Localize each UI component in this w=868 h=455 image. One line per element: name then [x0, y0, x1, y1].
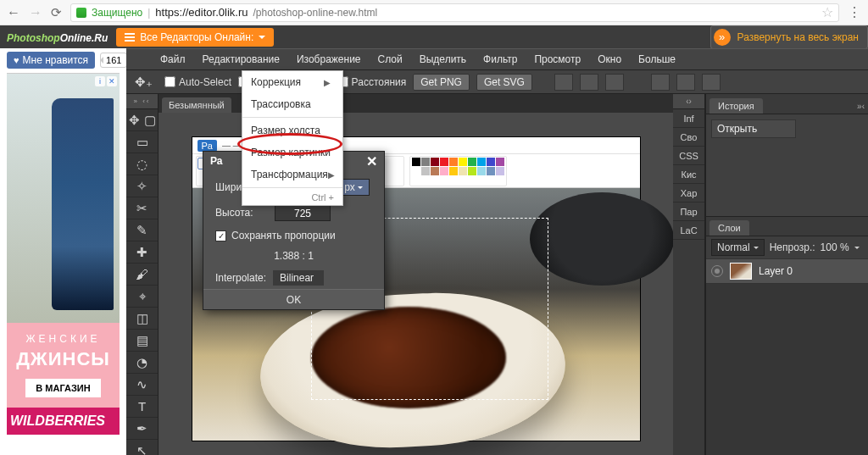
paint-color2: [382, 156, 404, 186]
auto-select-checkbox[interactable]: Auto-Select: [164, 76, 231, 88]
expand-icon: »: [714, 29, 731, 46]
align-button-2[interactable]: [580, 74, 598, 91]
ok-button[interactable]: OK: [203, 289, 384, 309]
menu-window[interactable]: Окно: [589, 48, 630, 70]
reload-icon[interactable]: ⟳: [51, 5, 62, 20]
dist-button-3[interactable]: [702, 74, 721, 91]
tool-type[interactable]: T: [126, 396, 158, 417]
history-handle[interactable]: »‹: [763, 98, 868, 114]
menu-file[interactable]: Файл: [152, 48, 194, 70]
layers-tab[interactable]: Слои: [709, 220, 749, 236]
prop-kis[interactable]: Кис: [673, 165, 704, 184]
menu-filter[interactable]: Фильтр: [475, 48, 526, 70]
bookmark-star-icon[interactable]: ☆: [821, 4, 833, 20]
url-path: /photoshop-online-new.html: [253, 7, 377, 19]
dist-button-2[interactable]: [676, 74, 695, 91]
site-logo[interactable]: PhotoshopOnline.Ru: [7, 31, 108, 43]
fullscreen-button[interactable]: » Развернуть на весь экран: [710, 25, 868, 49]
menu-more[interactable]: Больше: [630, 48, 684, 70]
tool-artboard[interactable]: ▢: [142, 109, 159, 130]
opacity-value[interactable]: 100 %: [821, 241, 849, 253]
prop-svo[interactable]: Сво: [673, 128, 704, 147]
caret-down-icon: [259, 36, 265, 42]
forward-icon[interactable]: →: [29, 6, 42, 19]
tool-liquify[interactable]: ∿: [126, 374, 158, 395]
document-tab[interactable]: Безымянный: [162, 97, 231, 113]
prop-css[interactable]: CSS: [673, 147, 704, 165]
browser-menu-icon[interactable]: ⋮: [848, 6, 861, 19]
menu-item-image-size[interactable]: Размер картинки: [242, 141, 342, 164]
history-panel: Открыть: [706, 114, 868, 216]
ad-close-icon[interactable]: ✕: [107, 76, 117, 86]
keep-ratio-checkbox[interactable]: ✓Сохранять пропорции: [215, 230, 372, 241]
align-button-3[interactable]: [605, 74, 624, 91]
opacity-label: Непрозр.:: [770, 241, 815, 253]
dist-button-1[interactable]: [651, 74, 670, 91]
menu-select[interactable]: Выделить: [411, 48, 475, 70]
tool-eyedrop[interactable]: ✎: [126, 219, 158, 241]
ad-image: i✕: [7, 73, 120, 323]
dialog-close-icon[interactable]: ✕: [364, 154, 379, 169]
layer-thumb: [730, 263, 752, 280]
tool-stamp[interactable]: ⌖: [126, 286, 158, 307]
tool-blur[interactable]: ◔: [126, 352, 158, 373]
tool-erase[interactable]: ◫: [126, 308, 158, 329]
menu-shortcut: Ctrl +: [242, 190, 342, 205]
layer-row[interactable]: Layer 0: [706, 258, 868, 284]
secure-label: Защищено: [92, 7, 142, 19]
layer-visibility-icon[interactable]: [711, 265, 723, 277]
toolbox-handle[interactable]: » ‹‹: [126, 94, 158, 109]
ad-brand: WILDBERRIES: [7, 408, 120, 435]
menu-item-transform[interactable]: Трансформация▶: [242, 164, 342, 186]
tool-wand[interactable]: ✧: [126, 175, 158, 197]
menu-layer[interactable]: Слой: [370, 48, 411, 70]
menu-item-trace[interactable]: Трассировка: [242, 93, 342, 115]
ad-text-1: ЖЕНСКИЕ: [10, 333, 116, 345]
like-count: 161: [100, 53, 127, 68]
prop-har[interactable]: Хар: [673, 184, 704, 203]
tool-heal[interactable]: ✚: [126, 241, 158, 263]
paint-app-icon: Pa: [198, 140, 217, 152]
url-host: https://editor.0lik.ru: [155, 6, 248, 19]
interpolate-select[interactable]: Bilinear: [273, 270, 324, 286]
menu-edit[interactable]: Редактирование: [194, 48, 288, 70]
tool-crop[interactable]: ✂: [126, 197, 158, 219]
align-button-1[interactable]: [554, 74, 573, 91]
history-item-open[interactable]: Открыть: [711, 119, 796, 138]
prop-lac[interactable]: LaC: [673, 221, 704, 240]
layer-name[interactable]: Layer 0: [759, 265, 793, 277]
address-bar[interactable]: Защищено | https://editor.0lik.ru/photos…: [70, 3, 839, 22]
menu-bar: Файл Редактирование Изображение Слой Выд…: [126, 48, 868, 70]
menu-item-correction[interactable]: Коррекция▶: [242, 71, 342, 93]
menu-image[interactable]: Изображение: [288, 48, 370, 70]
ad-sidebar[interactable]: i✕ ЖЕНСКИЕ ДЖИНСЫ В МАГАЗИН WILDBERRIES: [7, 73, 120, 450]
tool-move[interactable]: ✥: [126, 109, 142, 130]
tool-path[interactable]: ↖: [126, 440, 158, 455]
all-editors-dropdown[interactable]: Все Редакторы Онлайн:: [116, 28, 274, 47]
distances-checkbox[interactable]: Расстояния: [337, 76, 407, 88]
tool-lasso[interactable]: ◌: [126, 153, 158, 175]
props-handle[interactable]: ‹›: [673, 94, 704, 109]
aspect-ratio: 1.388 : 1: [215, 250, 372, 262]
tool-pen[interactable]: ✒: [126, 418, 158, 439]
prop-inf[interactable]: Inf: [673, 109, 704, 128]
tool-marquee[interactable]: ▭: [126, 131, 158, 153]
back-icon[interactable]: ←: [7, 6, 20, 19]
menu-view[interactable]: Просмотр: [526, 48, 589, 70]
toolbox: » ‹‹ ✥▢ ▭ ◌ ✧ ✂ ✎ ✚ 🖌 ⌖ ◫ ▤ ◔ ∿ T ✒ ↖: [126, 94, 159, 455]
tool-brush[interactable]: 🖌: [126, 264, 158, 285]
prop-par[interactable]: Пар: [673, 203, 704, 221]
get-svg-button[interactable]: Get SVG: [476, 74, 532, 91]
ad-text-2: ДЖИНСЫ: [10, 348, 116, 370]
blend-mode-select[interactable]: Normal: [711, 239, 765, 256]
menu-item-canvas-size[interactable]: Размер холста: [242, 119, 342, 141]
get-png-button[interactable]: Get PNG: [413, 74, 470, 91]
history-tab[interactable]: История: [709, 98, 763, 114]
ad-info-icon[interactable]: i: [95, 76, 105, 86]
like-button[interactable]: Мне нравится: [7, 52, 95, 69]
height-input[interactable]: 725: [275, 204, 331, 221]
lock-icon: [76, 8, 86, 18]
tool-gradient[interactable]: ▤: [126, 330, 158, 351]
hamburger-icon: [125, 31, 135, 43]
ad-cta[interactable]: В МАГАЗИН: [25, 379, 100, 397]
